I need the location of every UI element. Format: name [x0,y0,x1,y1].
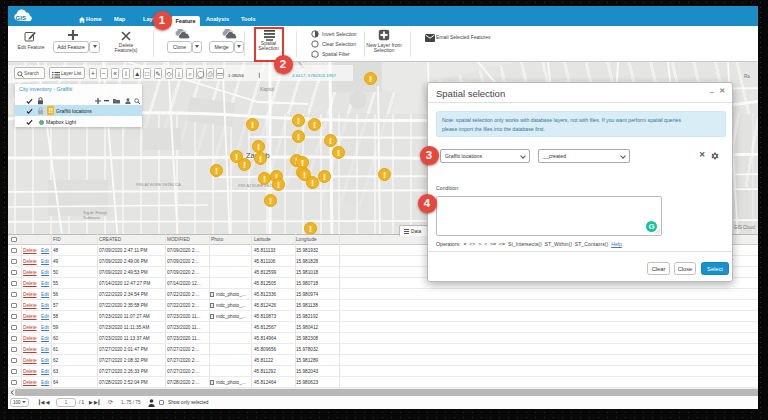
svg-text:GIS: GIS [16,15,26,21]
